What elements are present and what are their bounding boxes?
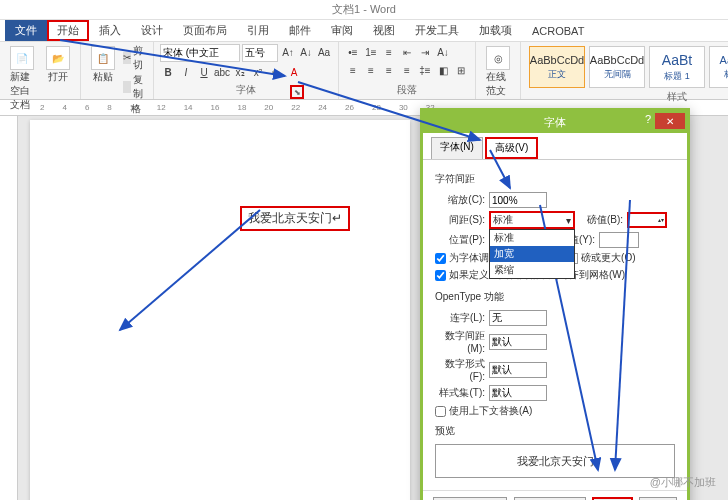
tab-file[interactable]: 文件: [5, 20, 47, 41]
indent-inc-button[interactable]: ⇥: [417, 44, 433, 60]
line-spacing-button[interactable]: ‡≡: [417, 62, 433, 78]
styles-group-label: 样式: [527, 90, 728, 104]
scale-label: 缩放(C):: [435, 193, 485, 207]
position-value-spinner[interactable]: [599, 232, 639, 248]
spacing-select[interactable]: 标准 标准 加宽 紧缩: [489, 211, 575, 229]
dialog-tab-advanced[interactable]: 高级(V): [485, 137, 538, 159]
spacing-value-spinner[interactable]: [627, 212, 667, 228]
group-online: ◎在线范文: [476, 42, 521, 99]
numbering-button[interactable]: 1≡: [363, 44, 379, 60]
watermark: @小哪不加班: [650, 475, 716, 490]
strike-button[interactable]: abc: [214, 64, 230, 80]
shrink-font-button[interactable]: A↓: [298, 44, 314, 60]
tab-layout[interactable]: 页面布局: [173, 20, 237, 41]
kerning-unit: 磅或更大(O): [581, 251, 635, 265]
shading-button[interactable]: ◧: [435, 62, 451, 78]
scissors-icon: ✂: [123, 52, 131, 64]
tab-view[interactable]: 视图: [363, 20, 405, 41]
font-size-select[interactable]: [242, 44, 278, 62]
spacing-label: 间距(S):: [435, 213, 485, 227]
position-label: 位置(P):: [435, 233, 485, 247]
tab-ref[interactable]: 引用: [237, 20, 279, 41]
snap-checkbox[interactable]: [435, 270, 446, 281]
copy-icon: [123, 81, 131, 93]
dialog-close-button[interactable]: ✕: [655, 113, 685, 129]
page[interactable]: [30, 120, 410, 500]
grow-font-button[interactable]: A↑: [280, 44, 296, 60]
styleset-select[interactable]: [489, 385, 547, 401]
align-left-button[interactable]: ≡: [345, 62, 361, 78]
font-dialog: 字体 ? ✕ 字体(N) 高级(V) 字符间距 缩放(C): 间距(S): 标准…: [420, 108, 690, 500]
ribbon: 📄新建空白文档 📂打开 📋粘贴 ✂剪切 复制 格式刷 剪贴板 A↑ A↓ Aa: [0, 42, 728, 100]
italic-button[interactable]: I: [178, 64, 194, 80]
font-dialog-launcher[interactable]: ⬊: [290, 85, 304, 99]
cut-button[interactable]: ✂剪切: [123, 44, 147, 72]
open-button[interactable]: 📂打开: [42, 44, 74, 86]
kerning-checkbox[interactable]: [435, 253, 446, 264]
copy-button[interactable]: 复制: [123, 73, 147, 101]
group-styles: AaBbCcDd正文 AaBbCcDd无间隔 AaBt标题 1 AaBbC标题 …: [521, 42, 728, 99]
new-doc-button[interactable]: 📄新建空白文档: [6, 44, 38, 114]
subscript-button[interactable]: x₂: [232, 64, 248, 80]
group-clipboard: 📋粘贴 ✂剪切 复制 格式刷 剪贴板: [81, 42, 154, 99]
font-color-button[interactable]: A: [286, 64, 302, 80]
align-center-button[interactable]: ≡: [363, 62, 379, 78]
tab-acrobat[interactable]: ACROBAT: [522, 22, 594, 40]
font-name-select[interactable]: [160, 44, 240, 62]
ligature-select[interactable]: [489, 310, 547, 326]
window-title: 文档1 - Word: [0, 0, 728, 20]
highlight-button[interactable]: ✏: [268, 64, 284, 80]
tab-home[interactable]: 开始: [47, 20, 89, 41]
superscript-button[interactable]: x²: [250, 64, 266, 80]
tab-dev[interactable]: 开发工具: [405, 20, 469, 41]
group-paragraph: •≡ 1≡ ≡ ⇤ ⇥ A↓ ≡ ≡ ≡ ≡ ‡≡ ◧ ⊞ 段落: [339, 42, 476, 99]
selected-text[interactable]: 我爱北京天安门↵: [240, 206, 350, 231]
font-group-label: 字体: [160, 83, 332, 97]
indent-dec-button[interactable]: ⇤: [399, 44, 415, 60]
bold-button[interactable]: B: [160, 64, 176, 80]
dialog-title: 字体 ? ✕: [423, 111, 687, 133]
spacing-dropdown-list: 标准 加宽 紧缩: [489, 229, 575, 279]
change-case-button[interactable]: Aa: [316, 44, 332, 60]
paste-button[interactable]: 📋粘贴: [87, 44, 119, 86]
spacing-opt-expanded[interactable]: 加宽: [490, 246, 574, 262]
numform-select[interactable]: [489, 362, 547, 378]
opentype-section-label: OpenType 功能: [435, 290, 675, 304]
preview-box: 我爱北京天安门: [435, 444, 675, 478]
borders-button[interactable]: ⊞: [453, 62, 469, 78]
ligature-label: 连字(L):: [435, 311, 485, 325]
style-h1[interactable]: AaBt标题 1: [649, 46, 705, 88]
tab-insert[interactable]: 插入: [89, 20, 131, 41]
numspacing-label: 数字间距(M):: [435, 329, 485, 354]
para-group-label: 段落: [345, 83, 469, 97]
group-new: 📄新建空白文档 📂打开: [0, 42, 81, 99]
align-right-button[interactable]: ≡: [381, 62, 397, 78]
context-label: 使用上下文替换(A): [449, 404, 532, 418]
group-font: A↑ A↓ Aa B I U abc x₂ x² ✏ A 字体: [154, 42, 339, 99]
sort-button[interactable]: A↓: [435, 44, 451, 60]
preview-label: 预览: [435, 424, 675, 438]
numspacing-select[interactable]: [489, 334, 547, 350]
styleset-label: 样式集(T):: [435, 386, 485, 400]
context-checkbox[interactable]: [435, 406, 446, 417]
style-nospacing[interactable]: AaBbCcDd无间隔: [589, 46, 645, 88]
bullets-button[interactable]: •≡: [345, 44, 361, 60]
spacing-section-label: 字符间距: [435, 172, 675, 186]
tab-review[interactable]: 审阅: [321, 20, 363, 41]
spacing-opt-normal[interactable]: 标准: [490, 230, 574, 246]
spacing-opt-condensed[interactable]: 紧缩: [490, 262, 574, 278]
online-button[interactable]: ◎在线范文: [482, 44, 514, 100]
scale-input[interactable]: [489, 192, 547, 208]
underline-button[interactable]: U: [196, 64, 212, 80]
dialog-help-button[interactable]: ?: [645, 113, 651, 125]
tab-mail[interactable]: 邮件: [279, 20, 321, 41]
multilevel-button[interactable]: ≡: [381, 44, 397, 60]
style-normal[interactable]: AaBbCcDd正文: [529, 46, 585, 88]
numform-label: 数字形式(F):: [435, 357, 485, 382]
tab-addin[interactable]: 加载项: [469, 20, 522, 41]
dialog-tab-font[interactable]: 字体(N): [431, 137, 483, 159]
ruler-vertical: [0, 116, 18, 500]
tab-design[interactable]: 设计: [131, 20, 173, 41]
style-h2[interactable]: AaBbC标题 2: [709, 46, 728, 88]
justify-button[interactable]: ≡: [399, 62, 415, 78]
